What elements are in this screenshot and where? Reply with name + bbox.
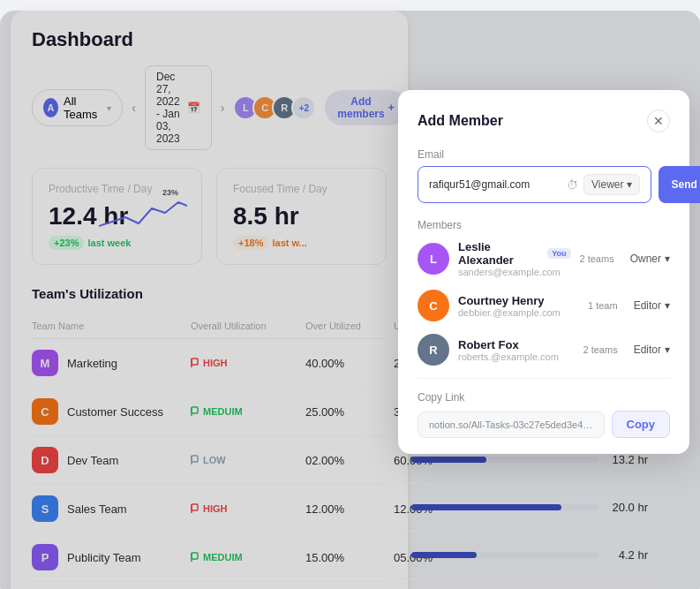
members-list: L Leslie Alexander You sanders@example.c… — [418, 240, 670, 366]
member-info: Robert Fox roberts.@example.com — [458, 338, 575, 362]
email-input-wrap[interactable]: ⏱ Viewer ▾ — [418, 166, 651, 203]
member-email: debbier.@example.com — [458, 307, 579, 318]
role-select[interactable]: Editor ▾ — [634, 344, 670, 356]
member-name: Leslie Alexander You — [458, 240, 571, 267]
modal-close-button[interactable]: ✕ — [647, 109, 670, 132]
member-email: roberts.@example.com — [458, 351, 575, 362]
email-row: ⏱ Viewer ▾ Send Invite — [418, 166, 670, 203]
you-badge: You — [547, 248, 570, 259]
email-input[interactable] — [429, 178, 561, 191]
members-section-label: Members — [418, 219, 670, 231]
member-avatar: C — [418, 290, 449, 321]
divider — [418, 378, 670, 379]
member-email: sanders@example.com — [458, 267, 571, 277]
member-info: Leslie Alexander You sanders@example.com — [458, 240, 571, 277]
role-label: Owner — [630, 253, 661, 265]
viewer-label: Viewer — [591, 178, 623, 191]
copy-link-url: notion.so/All-Tasks-03c27e5ded3e45d4ace5… — [418, 412, 605, 438]
time-icon: ⏱ — [567, 178, 578, 192]
copy-button[interactable]: Copy — [612, 411, 671, 438]
role-label: Editor — [634, 344, 661, 356]
role-select[interactable]: Owner ▾ — [630, 253, 670, 265]
member-row: C Courtney Henry debbier.@example.com 1 … — [418, 290, 670, 321]
copy-link-row: notion.so/All-Tasks-03c27e5ded3e45d4ace5… — [418, 411, 670, 438]
role-chevron-icon: ▾ — [665, 253, 670, 265]
send-invite-button[interactable]: Send Invite — [659, 166, 700, 203]
member-name: Courtney Henry — [458, 294, 579, 307]
member-avatar: L — [418, 243, 449, 275]
modal-title: Add Member — [418, 113, 503, 129]
member-avatar: R — [418, 334, 449, 366]
add-member-modal: Add Member ✕ Email ⏱ Viewer ▾ Send Invit… — [398, 90, 689, 454]
member-info: Courtney Henry debbier.@example.com — [458, 294, 579, 318]
role-label: Editor — [634, 299, 661, 312]
role-chevron-icon: ▾ — [665, 344, 670, 356]
viewer-select[interactable]: Viewer ▾ — [583, 174, 640, 195]
member-teams: 1 team — [588, 300, 618, 311]
modal-header: Add Member ✕ — [418, 109, 670, 132]
role-select[interactable]: Editor ▾ — [634, 299, 670, 312]
viewer-chevron-icon: ▾ — [627, 178, 632, 191]
member-name: Robert Fox — [458, 338, 575, 351]
member-teams: 2 teams — [583, 344, 618, 355]
email-label: Email — [418, 148, 670, 161]
member-row: L Leslie Alexander You sanders@example.c… — [418, 240, 670, 277]
role-chevron-icon: ▾ — [665, 299, 670, 312]
member-teams: 2 teams — [580, 253, 614, 264]
member-row: R Robert Fox roberts.@example.com 2 team… — [418, 334, 670, 366]
copy-link-label: Copy Link — [418, 391, 670, 404]
